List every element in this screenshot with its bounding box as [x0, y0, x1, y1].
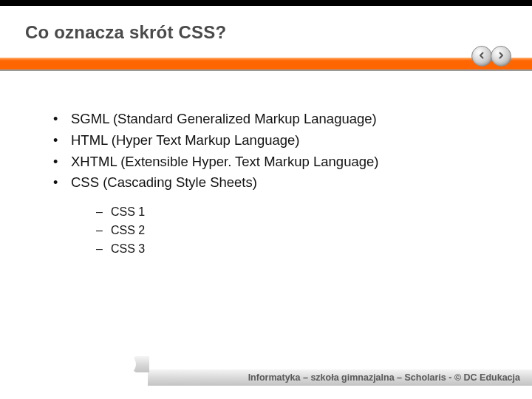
- bullet-text: SGML (Standard Generalized Markup Lanagu…: [71, 111, 377, 126]
- slide: Co oznacza skrót CSS? SGML (Standard Gen…: [0, 0, 532, 399]
- chevron-left-icon: [477, 50, 486, 63]
- orange-gloss: [0, 58, 532, 61]
- next-button[interactable]: [491, 46, 511, 66]
- list-item: CSS (Cascading Style Sheets) CSS 1 CSS 2…: [49, 173, 502, 258]
- list-item: HTML (Hyper Text Markup Language): [49, 131, 502, 151]
- sub-bullet-text: CSS 2: [111, 224, 145, 236]
- footer-bar: Informatyka – szkoła gimnazjalna – Schol…: [0, 369, 532, 386]
- list-item: CSS 1: [93, 203, 502, 222]
- list-item: SGML (Standard Generalized Markup Lanagu…: [49, 109, 502, 129]
- slide-title: Co oznacza skrót CSS?: [25, 22, 532, 43]
- bullet-text: HTML (Hyper Text Markup Language): [71, 132, 300, 148]
- footer-strip: Informatyka – szkoła gimnazjalna – Schol…: [148, 369, 532, 386]
- content-area: SGML (Standard Generalized Markup Lanagu…: [0, 71, 532, 259]
- list-item: XHTML (Extensible Hyper. Text Markup Lan…: [49, 152, 502, 172]
- sub-list: CSS 1 CSS 2 CSS 3: [93, 203, 502, 258]
- prev-button[interactable]: [471, 46, 492, 66]
- bullet-text: CSS (Cascading Style Sheets): [71, 174, 257, 190]
- bullet-text: XHTML (Extensible Hyper. Text Markup Lan…: [71, 154, 378, 169]
- top-black-bar: [0, 0, 532, 6]
- footer-chevron-icon: [117, 356, 149, 372]
- orange-divider: [0, 58, 532, 69]
- nav-buttons: [473, 46, 511, 66]
- sub-bullet-text: CSS 3: [111, 242, 145, 255]
- list-item: CSS 2: [93, 222, 502, 240]
- footer-text: Informatyka – szkoła gimnazjalna – Schol…: [248, 372, 520, 383]
- chevron-right-icon: [497, 50, 505, 63]
- list-item: CSS 3: [93, 240, 502, 259]
- bullet-list: SGML (Standard Generalized Markup Lanagu…: [49, 109, 502, 259]
- sub-bullet-text: CSS 1: [111, 205, 145, 218]
- title-area: Co oznacza skrót CSS?: [0, 6, 532, 52]
